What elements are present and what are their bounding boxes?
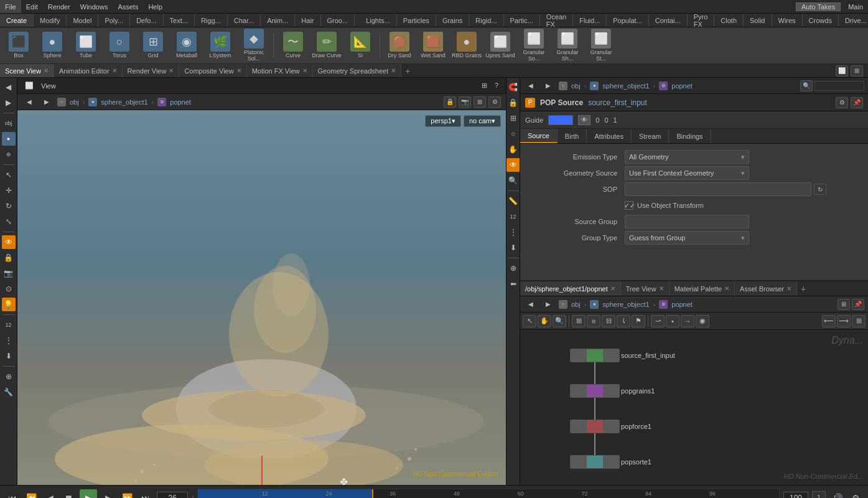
ng-tool-layout[interactable]: ⊞ [572,315,586,327]
shelf-icon-lsystem[interactable]: 🌿 LSystem [204,29,236,62]
pop-tab-attributes[interactable]: Attributes [587,129,631,143]
view-layout-split[interactable]: ⊞ [851,65,863,77]
source-group-input[interactable] [625,215,749,228]
tool-light[interactable]: 💡 [2,298,16,311]
timeline-playhead[interactable] [372,489,373,499]
tab-composite-view[interactable]: Composite View✕ [179,64,246,77]
ng-obj-label[interactable]: obj [571,301,581,308]
vp-nav-fwd[interactable]: ▶ [40,95,54,109]
tool-transform[interactable]: ✛ [2,184,16,197]
shelf-icon-granular-so[interactable]: ⬜ Granular So... [518,29,550,62]
group-type-select[interactable]: Guess from Group ▾ [625,231,749,245]
pop-search-input[interactable] [815,82,864,89]
menu-file[interactable]: File [0,0,21,13]
transport-audio[interactable]: 🔊 [829,491,844,499]
view-info-btn[interactable]: ? [492,82,501,90]
shelf-tab-char[interactable]: Char... [228,14,261,27]
vp-nav-back[interactable]: ◀ [22,95,36,109]
sop-input[interactable] [625,182,811,196]
tool-misc2[interactable]: 🔧 [2,385,16,399]
node-tab-material[interactable]: Material Palette ✕ [670,281,735,296]
tool-scale[interactable]: ⤡ [2,215,16,228]
menu-edit[interactable]: Edit [21,0,43,13]
pop-tab-stream[interactable]: Stream [632,129,669,143]
vp-settings-btn[interactable]: ⚙ [488,96,501,108]
ng-tool-align-right[interactable]: ⟶ [837,315,851,327]
shelf-tab-fluid[interactable]: Fluid... [573,14,607,27]
shelf-tab-rigid[interactable]: Rigid... [469,14,503,27]
menu-assets[interactable]: Assets [113,0,143,13]
rvt-pan[interactable]: ✋ [506,143,520,156]
shelf-tab-create[interactable]: Create [0,14,34,27]
viewport-3d[interactable]: ✥ x y z persp1▾ no cam▾ HD Non-Commercia… [17,110,506,485]
ng-tool-dot2[interactable]: ◉ [696,315,709,327]
transport-play[interactable]: ▶ [80,489,97,499]
shelf-tab-partic[interactable]: Partic... [504,14,540,27]
shelf-tab-hair[interactable]: Hair [295,14,320,27]
transport-step-fwd[interactable]: ⏩ [119,491,134,499]
camera-persp-button[interactable]: persp1▾ [425,115,461,127]
tool-select[interactable]: ↖ [2,168,16,182]
camera-nocam-button[interactable]: no cam▾ [464,115,501,127]
ng-tool-collapse[interactable]: ⤻ [651,315,665,327]
tool-nav-prev[interactable]: ◀ [2,80,16,94]
node-tab-asset-close[interactable]: ✕ [786,285,791,292]
pop-search-btn[interactable]: 🔍 [800,80,813,92]
ng-layout-btn[interactable]: ⊞ [838,299,850,310]
shelf-tab-pyro[interactable]: Pyro FX [688,14,715,27]
transport-frame-back[interactable]: ◀ [42,491,57,499]
shelf-tab-particles[interactable]: Particles [397,14,436,27]
transport-to-start[interactable]: ⏮ [5,491,20,499]
shelf-icon-sphere[interactable]: ● Sphere [36,29,68,62]
vp-obj-label[interactable]: obj [70,98,79,106]
shelf-tab-modify[interactable]: Modify [34,14,67,27]
shelf-tab-populat[interactable]: Populat... [607,14,648,27]
ng-tool-select[interactable]: ↖ [523,315,536,327]
shelf-icon-grid[interactable]: ⊞ Grid [137,29,169,62]
view-layout-single[interactable]: ⬜ [836,65,848,77]
shelf-tab-grains[interactable]: Grains [436,14,469,27]
vp-sphere-label[interactable]: sphere_object1 [101,98,147,106]
tool-orbit[interactable]: ⊙ [2,282,16,296]
pop-gear-btn[interactable]: ⚙ [836,97,848,108]
rvt-orbit[interactable]: ○ [506,127,520,141]
tab-add-button[interactable]: + [401,66,414,76]
shelf-icon-granular-st[interactable]: ⬜ Granular St... [585,29,617,62]
shelf-tab-defo[interactable]: Defo... [130,14,163,27]
transport-stop[interactable]: ⏹ [61,491,76,499]
ng-sphere-label[interactable]: sphere_object1 [602,301,649,308]
tool-rotate[interactable]: ↻ [2,199,16,213]
rvt-12[interactable]: 12 [506,210,520,223]
pop-tab-bindings[interactable]: Bindings [669,129,711,143]
shelf-icon-torus[interactable]: ○ Torus [103,29,136,62]
shelf-tab-groo[interactable]: Groo... [321,14,355,27]
ng-tool-flag[interactable]: ⚑ [632,315,645,327]
vp-lock-btn[interactable]: 🔒 [444,96,456,108]
pop-tab-birth[interactable]: Birth [558,129,587,143]
vp-layout-btn[interactable]: ⊞ [474,96,486,108]
ng-tool-grid2[interactable]: ⊞ [852,315,866,327]
sop-reload-icon[interactable]: ↻ [814,184,826,195]
shelf-icon-dry-sand[interactable]: 🟤 Dry Sand [383,29,416,62]
guide-color-swatch[interactable] [548,115,573,125]
shelf-tab-ocean[interactable]: Ocean FX [540,14,573,27]
rvt-snap[interactable]: 🧲 [506,80,520,94]
ng-tool-zoom[interactable]: 🔍 [553,315,566,327]
auto-takes-button[interactable]: Auto Takes [796,2,841,11]
tool-dots[interactable]: ⋮ [2,334,16,347]
tab-animation-editor[interactable]: Animation Editor✕ [54,64,123,77]
rvt-zoom[interactable]: 🔍 [506,174,520,187]
shelf-icon-box[interactable]: ⬛ Box [2,29,35,62]
rvt-measure[interactable]: 📏 [506,194,520,208]
menu-help[interactable]: Help [143,0,167,13]
node-source-first-input[interactable]: source_first_input [570,349,675,362]
ng-popnet-label[interactable]: popnet [671,301,693,308]
tool-path[interactable]: obj [2,116,16,130]
node-tab-material-close[interactable]: ✕ [724,285,729,292]
shelf-icon-curve[interactable]: 〜 Curve [277,29,309,62]
node-canvas[interactable]: Dyna... source_first_input [520,330,868,485]
shelf-icon-tube[interactable]: ⬜ Tube [70,29,102,62]
tool-lock[interactable]: 🔒 [2,251,16,265]
guide-eye-icon[interactable]: 👁 [578,115,590,125]
shelf-icon-upres-sand[interactable]: ⬜ Upres Sand [484,29,516,62]
